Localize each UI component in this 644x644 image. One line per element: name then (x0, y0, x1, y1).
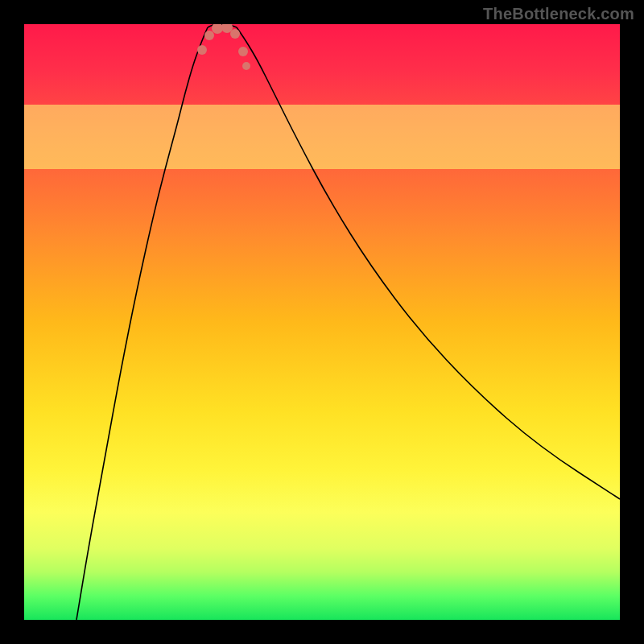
chart-frame: TheBottleneck.com (0, 0, 644, 644)
marker-group (197, 24, 250, 70)
plot-area (24, 24, 620, 620)
curve-right-branch (237, 27, 620, 499)
curve-left-branch (76, 27, 208, 620)
curve-layer (24, 24, 620, 620)
valley-marker (212, 24, 223, 34)
watermark-text: TheBottleneck.com (483, 5, 634, 23)
valley-marker (238, 47, 248, 56)
valley-marker (230, 29, 240, 39)
valley-marker (197, 45, 207, 55)
valley-marker (242, 62, 250, 70)
valley-marker (204, 31, 214, 40)
